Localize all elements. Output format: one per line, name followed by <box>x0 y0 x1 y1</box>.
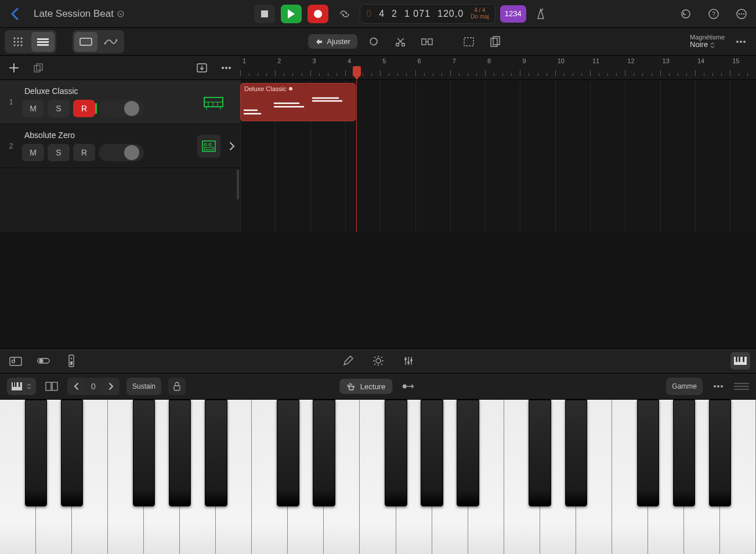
track-row[interactable]: 2 Absolute Zero M S R <box>0 124 240 168</box>
metronome-button[interactable] <box>531 4 551 24</box>
midi-region[interactable]: Deluxe Classic <box>240 83 356 121</box>
scissors-tool-button[interactable] <box>390 31 411 52</box>
controls-tab[interactable] <box>34 352 53 370</box>
pencil-tool-button[interactable] <box>338 352 358 370</box>
solo-button[interactable]: S <box>48 144 70 161</box>
project-title: Late Session Beat <box>34 8 114 20</box>
tracks-empty-area[interactable] <box>0 232 756 348</box>
piano-black-key[interactable] <box>277 400 299 506</box>
octave-up-button[interactable] <box>102 378 120 395</box>
brightness-button[interactable] <box>368 352 388 370</box>
timeline-ruler[interactable]: 123456789101112131415 <box>240 56 756 79</box>
instrument-icon-drum[interactable] <box>197 135 220 158</box>
join-tool-button[interactable] <box>417 31 437 52</box>
svg-point-14 <box>21 41 23 42</box>
svg-line-71 <box>381 364 382 365</box>
piano-black-key[interactable] <box>169 400 191 506</box>
volume-slider[interactable] <box>99 144 144 161</box>
volume-knob[interactable] <box>124 145 139 160</box>
more-menu-button[interactable] <box>732 4 751 24</box>
svg-point-94 <box>721 385 723 388</box>
lock-button[interactable] <box>168 378 186 395</box>
library-tab[interactable] <box>6 352 26 370</box>
undo-button[interactable] <box>676 4 696 24</box>
mute-button[interactable]: M <box>22 100 44 117</box>
record-enable-button[interactable]: R <box>73 144 95 161</box>
record-enable-button[interactable]: R <box>73 100 95 117</box>
piano-keyboard[interactable]: Do2Do3Do4 <box>0 399 756 554</box>
lcd-display[interactable]: 0 4 2 1 071 120,0 4 / 4 Do maj <box>360 4 495 24</box>
svg-point-39 <box>225 67 227 69</box>
glissando-button[interactable] <box>399 378 417 395</box>
svg-rect-31 <box>493 37 500 45</box>
sustain-button[interactable]: Sustain <box>126 378 161 395</box>
keyboard-controls-bar: 0 Sustain Lecture Gamme <box>0 374 756 399</box>
piano-black-key[interactable] <box>565 400 587 506</box>
resize-handle[interactable] <box>734 383 749 390</box>
arrange-area[interactable]: Deluxe Classic <box>240 80 756 232</box>
scale-button[interactable]: Gamme <box>666 378 703 395</box>
piano-black-key[interactable] <box>313 400 335 506</box>
playhead-marker[interactable] <box>353 66 361 77</box>
piano-black-key[interactable] <box>709 400 731 506</box>
cycle-button[interactable] <box>334 5 355 23</box>
mute-button[interactable]: M <box>22 144 44 161</box>
piano-black-key[interactable] <box>673 400 695 506</box>
expand-track-button[interactable] <box>224 124 240 168</box>
piano-black-key[interactable] <box>385 400 407 506</box>
piano-black-key[interactable] <box>457 400 479 506</box>
loop-tool-button[interactable] <box>363 31 384 52</box>
play-button[interactable] <box>281 5 302 23</box>
piano-black-key[interactable] <box>61 400 83 506</box>
plugin-tab[interactable] <box>62 352 81 370</box>
lcd-beat: 2 <box>392 9 397 19</box>
region-loop-dot-icon <box>289 87 292 90</box>
track-view-button[interactable] <box>31 32 55 52</box>
add-track-button[interactable] <box>6 60 22 76</box>
help-button[interactable]: ? <box>704 4 724 24</box>
track-number: 1 <box>0 80 22 124</box>
svg-point-40 <box>229 67 231 69</box>
duplicate-track-button[interactable] <box>30 60 46 76</box>
snap-button[interactable]: Ajuster <box>308 34 357 49</box>
volume-slider[interactable] <box>99 100 144 117</box>
beat-display-chip[interactable]: 1234 <box>500 5 526 23</box>
piano-black-key[interactable] <box>133 400 155 506</box>
copy-tool-button[interactable] <box>485 31 506 52</box>
piano-black-key[interactable] <box>25 400 47 506</box>
marquee-tool-button[interactable] <box>458 31 479 52</box>
piano-black-key[interactable] <box>421 400 443 506</box>
level-meter <box>95 103 97 114</box>
record-button[interactable] <box>308 5 328 23</box>
octave-down-button[interactable] <box>67 378 85 395</box>
mixer-button[interactable] <box>399 352 418 370</box>
import-button[interactable] <box>194 60 210 76</box>
solo-button[interactable]: S <box>48 100 70 117</box>
track-name[interactable]: Deluxe Classic <box>22 86 195 96</box>
back-button[interactable] <box>5 4 24 24</box>
keyboard-view-dropdown[interactable] <box>7 378 36 395</box>
project-title-dropdown[interactable]: Late Session Beat <box>29 6 129 22</box>
track-header-more-button[interactable] <box>218 60 234 76</box>
piano-black-key[interactable] <box>637 400 659 506</box>
svg-rect-26 <box>422 39 426 45</box>
play-mode-button[interactable]: Lecture <box>339 379 392 394</box>
toolbar-more-button[interactable] <box>730 31 751 52</box>
keyboard-more-button[interactable] <box>710 378 727 395</box>
piano-black-key[interactable] <box>529 400 551 506</box>
automation-view-button[interactable] <box>99 32 122 52</box>
grid-view-button[interactable] <box>6 32 30 52</box>
volume-knob[interactable] <box>124 101 139 116</box>
split-keyboard-button[interactable] <box>43 378 60 395</box>
region-view-segment <box>73 30 124 53</box>
keyboard-tab[interactable] <box>730 352 750 370</box>
instrument-icon-piano[interactable] <box>202 90 225 114</box>
track-row[interactable]: 1 Deluxe Classic M S R <box>0 80 240 124</box>
snap-resolution-dropdown[interactable]: Magnétisme Noire <box>690 34 725 49</box>
region-view-button[interactable] <box>74 32 97 52</box>
stop-button[interactable] <box>254 5 275 23</box>
ruler-bar-number: 14 <box>697 57 704 64</box>
track-name[interactable]: Absolute Zero <box>22 131 190 140</box>
piano-black-key[interactable] <box>205 400 227 506</box>
ruler-bar-number: 6 <box>418 57 421 64</box>
